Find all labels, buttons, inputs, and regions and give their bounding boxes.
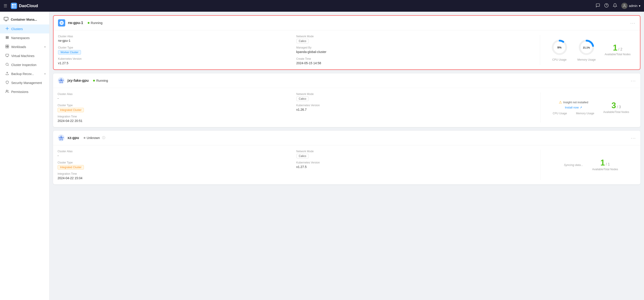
network-value: Calico [296, 39, 535, 43]
k8s-value: v1.27.5 [58, 61, 296, 65]
sidebar-item-cluster-inspection[interactable]: Cluster Inspection [0, 60, 49, 69]
create-value: 2024-05-15 14:58 [296, 61, 535, 65]
k8s-label: Kubernetes Version [58, 57, 296, 60]
svg-point-14 [6, 28, 6, 29]
user-menu[interactable]: admin ▾ [621, 3, 640, 9]
sidebar-item-clusters[interactable]: Clusters [0, 24, 49, 33]
sidebar-section-header: Container Mana... [0, 14, 49, 24]
sidebar-item-security-management[interactable]: Security Management [0, 78, 49, 87]
cluster-more-xz-gpu[interactable]: ··· [631, 136, 636, 141]
xz-type-label: Cluster Type [58, 161, 296, 164]
jxy-integration-value: 2024-04-22 20:51 [58, 119, 296, 123]
jxy-alias-value: - [58, 97, 296, 100]
cluster-body-rw-gpu-1: Cluster Alias rw-gpu-1 Network Mode Cali… [54, 30, 640, 69]
nodes-caption-xz-gpu: Available/Total Nodes [592, 168, 618, 171]
cluster-header-rw-gpu-1: rw-gpu-1 Running ··· [54, 16, 640, 30]
cpu-donut-chart: 9% [550, 38, 568, 56]
namespaces-icon [6, 36, 9, 40]
install-now-link[interactable]: Install now ↗ [565, 106, 582, 109]
total-nodes-rw-gpu-1: / 2 [618, 47, 622, 51]
xz-integration-label: Integration Time [58, 172, 296, 175]
memory-usage-container: 21.1% Memory Usage [578, 38, 596, 61]
backup-icon [6, 72, 9, 76]
cluster-metrics-xz-gpu: Syncing data... 1 / 1 Available/Total No… [546, 150, 636, 180]
cluster-metrics-jxy: ⚠ Insight not installed Install now ↗ CP… [546, 93, 636, 123]
messages-icon[interactable] [596, 3, 600, 9]
topnav-actions: admin ▾ [596, 3, 640, 9]
nodes-caption-jxy: Available/Total Nodes [603, 111, 629, 114]
cluster-more-jxy[interactable]: ··· [631, 78, 636, 83]
xz-network-row: Network Mode Calico [296, 150, 535, 158]
insight-warning: ⚠ Insight not installed Install now ↗ [559, 100, 588, 109]
workloads-chevron: ▾ [44, 45, 46, 48]
svg-line-27 [8, 65, 8, 66]
svg-rect-2 [12, 6, 14, 8]
cluster-body-xz-gpu: Cluster Alias - Network Mode Calico Clus… [53, 145, 640, 184]
jxy-network-label: Network Mode [296, 93, 535, 96]
help-icon[interactable] [604, 3, 609, 9]
sidebar-item-permissions-label: Permissions [11, 90, 28, 94]
backup-chevron: ▾ [44, 72, 46, 75]
jxy-network-value: Calico [296, 97, 535, 101]
xz-alias-label: Cluster Alias [58, 150, 296, 153]
cpu-usage-container: 9% CPU Usage [550, 38, 568, 61]
svg-rect-22 [8, 47, 9, 48]
sidebar-item-virtual-machines[interactable]: Virtual Machines [0, 51, 49, 60]
cluster-metrics-rw-gpu-1: 9% CPU Usage 21.1% Memory Usage [546, 35, 636, 65]
cluster-type-row: Cluster Type Worker Cluster [58, 46, 296, 55]
cluster-name-rw-gpu-1: rw-gpu-1 [68, 21, 83, 25]
svg-rect-7 [4, 17, 8, 20]
xz-network-value: Calico [296, 154, 535, 158]
xz-k8s-label: Kubernetes Version [296, 161, 535, 164]
sidebar-item-workloads[interactable]: Workloads ▾ [0, 42, 49, 51]
xz-alias-value: - [58, 154, 296, 157]
unknown-info-icon[interactable]: ⓘ [102, 136, 105, 140]
cluster-card-jxy-fake-gpu: jxy-fake-gpu Running ··· Cluster Alias - [53, 73, 640, 127]
logo: DaoCloud [11, 3, 38, 9]
sidebar-item-backup-recovery[interactable]: Backup Recov... ▾ [0, 69, 49, 78]
sidebar-item-namespaces[interactable]: Namespaces [0, 33, 49, 42]
sidebar-item-namespaces-label: Namespaces [11, 36, 30, 40]
logo-icon [11, 3, 17, 9]
nodes-caption-rw-gpu-1: Available/Total Nodes [605, 53, 630, 56]
status-text-jxy: Running [96, 79, 108, 82]
nodes-count-jxy: 3 / 3 Available/Total Nodes [603, 102, 629, 114]
permissions-icon [6, 90, 9, 94]
hamburger-icon[interactable]: ☰ [4, 3, 7, 8]
insight-warning-section: ⚠ Insight not installed Install now ↗ CP… [553, 100, 594, 115]
memory-usage-label: Memory Usage [578, 58, 596, 61]
jxy-cpu-usage-label: CPU Usage [553, 112, 567, 115]
external-link-icon: ↗ [580, 106, 582, 109]
sidebar-item-security-label: Security Management [11, 81, 42, 85]
svg-point-10 [7, 28, 8, 29]
avatar [621, 3, 628, 9]
available-nodes-jxy: 3 [612, 102, 616, 110]
total-nodes-xz-gpu: / 1 [606, 162, 610, 166]
network-mode-row: Network Mode Calico [296, 35, 535, 43]
sidebar-item-permissions[interactable]: Permissions [0, 87, 49, 96]
xz-alias-row: Cluster Alias - [58, 150, 296, 158]
svg-point-11 [7, 27, 8, 28]
cluster-info-jxy: Cluster Alias - Network Mode Calico Clus… [58, 93, 535, 123]
workloads-icon [6, 45, 9, 49]
alias-value: rw-gpu-1 [58, 39, 296, 42]
main-content: rw-gpu-1 Running ··· Cluster Alias rw-gp… [50, 12, 644, 300]
jxy-k8s-row: Kubernetes Version v1.26.7 [296, 104, 535, 112]
topnav: ☰ DaoCloud admin ▾ [0, 0, 644, 12]
xz-integration-value: 2024-04-22 15:04 [58, 176, 296, 180]
notifications-icon[interactable] [613, 3, 617, 9]
svg-point-12 [8, 28, 9, 29]
status-text-rw-gpu-1: Running [91, 21, 102, 25]
cluster-more-rw-gpu-1[interactable]: ··· [630, 20, 636, 26]
security-icon [6, 81, 9, 85]
jxy-network-row: Network Mode Calico [296, 93, 535, 101]
svg-rect-3 [14, 6, 16, 8]
cluster-status-xz-gpu: Unknown ⓘ [84, 136, 105, 140]
jxy-memory-usage-label: Memory Usage [576, 112, 594, 115]
svg-text:9%: 9% [557, 46, 562, 49]
cluster-icon-xz-gpu [58, 134, 65, 142]
sidebar-item-vm-label: Virtual Machines [11, 54, 34, 58]
svg-point-13 [7, 29, 8, 30]
cluster-status-jxy: Running [93, 79, 108, 82]
svg-rect-23 [6, 54, 8, 56]
